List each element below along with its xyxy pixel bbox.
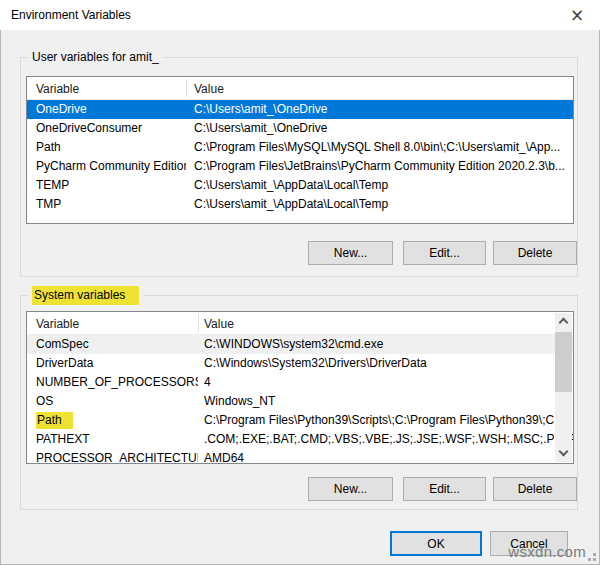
environment-variables-dialog: Environment Variables × User variables f… bbox=[0, 0, 600, 565]
table-body: ComSpecC:\WINDOWS\system32\cmd.exeDriver… bbox=[27, 335, 573, 464]
variable-value-cell: C:\Users\amit_\AppData\Local\Temp bbox=[186, 195, 573, 214]
variable-name: NUMBER_OF_PROCESSORS bbox=[36, 375, 198, 389]
variable-name: OS bbox=[36, 394, 53, 408]
variable-name-cell: PROCESSOR_ARCHITECTURE bbox=[27, 449, 198, 464]
yellow-highlight: System variables bbox=[32, 286, 139, 305]
table-row[interactable]: DriverDataC:\Windows\System32\Drivers\Dr… bbox=[27, 354, 573, 373]
variable-name-cell: ComSpec bbox=[27, 335, 198, 354]
variable-value-cell: C:\Program Files\Python39\Scripts\;C:\Pr… bbox=[198, 411, 573, 430]
user-variables-group-label: User variables for amit_ bbox=[28, 49, 163, 65]
user-delete-button[interactable]: Delete bbox=[493, 241, 577, 265]
variable-name: PROCESSOR_ARCHITECTURE bbox=[36, 451, 198, 464]
system-delete-button[interactable]: Delete bbox=[493, 477, 577, 501]
variable-value-cell: C:\Program Files\MySQL\MySQL Shell 8.0\b… bbox=[186, 138, 573, 157]
variable-value-cell: C:\Windows\System32\Drivers\DriverData bbox=[198, 354, 573, 373]
variable-name: DriverData bbox=[36, 356, 93, 370]
chevron-up-icon bbox=[559, 318, 569, 328]
table-row[interactable]: ComSpecC:\WINDOWS\system32\cmd.exe bbox=[27, 335, 573, 354]
vertical-scrollbar[interactable] bbox=[555, 313, 572, 462]
column-divider[interactable] bbox=[186, 79, 187, 97]
column-divider[interactable] bbox=[198, 314, 199, 332]
ok-button[interactable]: OK bbox=[390, 531, 482, 556]
table-row[interactable]: PROCESSOR_ARCHITECTUREAMD64 bbox=[27, 449, 573, 464]
variable-name: PyCharm Community Edition bbox=[36, 159, 186, 173]
scrollbar-thumb[interactable] bbox=[555, 332, 572, 392]
system-edit-button[interactable]: Edit... bbox=[403, 477, 486, 501]
scroll-up-button[interactable] bbox=[555, 313, 572, 330]
column-header-variable[interactable]: Variable bbox=[36, 317, 79, 331]
system-variables-table: Variable Value ComSpecC:\WINDOWS\system3… bbox=[26, 311, 574, 464]
close-icon: × bbox=[555, 1, 599, 29]
table-body: OneDriveC:\Users\amit_\OneDriveOneDriveC… bbox=[27, 100, 573, 214]
variable-name: TEMP bbox=[36, 178, 69, 192]
table-header: Variable Value bbox=[27, 77, 573, 100]
variable-value-cell: C:\WINDOWS\system32\cmd.exe bbox=[198, 335, 573, 354]
variable-value-cell: 4 bbox=[198, 373, 573, 392]
cancel-button[interactable]: Cancel bbox=[490, 531, 568, 556]
system-new-button[interactable]: New... bbox=[308, 477, 393, 501]
variable-value-cell: C:\Users\amit_\OneDrive bbox=[186, 119, 573, 138]
variable-name-highlighted: Path bbox=[36, 412, 73, 429]
table-row[interactable]: OSWindows_NT bbox=[27, 392, 573, 411]
column-header-value[interactable]: Value bbox=[194, 82, 224, 96]
variable-name-cell: Path bbox=[27, 138, 186, 157]
variable-value-cell: AMD64 bbox=[198, 449, 573, 464]
variable-name: TMP bbox=[36, 197, 61, 211]
user-edit-button[interactable]: Edit... bbox=[403, 241, 486, 265]
variable-name: ComSpec bbox=[36, 337, 89, 351]
variable-name-cell: Path bbox=[27, 411, 198, 430]
table-row[interactable]: NUMBER_OF_PROCESSORS4 bbox=[27, 373, 573, 392]
user-new-button[interactable]: New... bbox=[308, 241, 393, 265]
close-button[interactable]: × bbox=[555, 1, 599, 29]
table-row[interactable]: PyCharm Community EditionC:\Program File… bbox=[27, 157, 573, 176]
variable-name-cell: PyCharm Community Edition bbox=[27, 157, 186, 176]
variable-value-cell: Windows_NT bbox=[198, 392, 573, 411]
resize-grip-icon[interactable] bbox=[593, 558, 596, 561]
variable-name-cell: OS bbox=[27, 392, 198, 411]
variable-name-cell: NUMBER_OF_PROCESSORS bbox=[27, 373, 198, 392]
scroll-down-button[interactable] bbox=[555, 445, 572, 462]
table-row[interactable]: OneDriveC:\Users\amit_\OneDrive bbox=[27, 100, 573, 119]
variable-name-cell: PATHEXT bbox=[27, 430, 198, 449]
title-bar: Environment Variables × bbox=[0, 0, 600, 30]
window-title: Environment Variables bbox=[11, 8, 131, 22]
variable-name-cell: OneDrive bbox=[27, 100, 186, 119]
variable-value-cell: C:\Program Files\JetBrains\PyCharm Commu… bbox=[186, 157, 573, 176]
user-variables-table: Variable Value OneDriveC:\Users\amit_\On… bbox=[26, 76, 574, 224]
system-variables-group-label: System variables bbox=[28, 287, 143, 303]
table-row[interactable]: TEMPC:\Users\amit_\AppData\Local\Temp bbox=[27, 176, 573, 195]
variable-name: OneDrive bbox=[36, 102, 87, 116]
table-header: Variable Value bbox=[27, 312, 573, 335]
variable-name-cell: DriverData bbox=[27, 354, 198, 373]
variable-name: PATHEXT bbox=[36, 432, 90, 446]
variable-name-cell: TMP bbox=[27, 195, 186, 214]
column-header-variable[interactable]: Variable bbox=[36, 82, 79, 96]
variable-value-cell: .COM;.EXE;.BAT;.CMD;.VBS;.VBE;.JS;.JSE;.… bbox=[198, 430, 573, 449]
table-row[interactable]: PathC:\Program Files\MySQL\MySQL Shell 8… bbox=[27, 138, 573, 157]
variable-name: OneDriveConsumer bbox=[36, 121, 142, 135]
table-row[interactable]: PATHEXT.COM;.EXE;.BAT;.CMD;.VBS;.VBE;.JS… bbox=[27, 430, 573, 449]
variable-name: Path bbox=[36, 140, 61, 154]
chevron-down-icon bbox=[559, 447, 569, 457]
table-row[interactable]: TMPC:\Users\amit_\AppData\Local\Temp bbox=[27, 195, 573, 214]
variable-name-cell: TEMP bbox=[27, 176, 186, 195]
table-row[interactable]: PathC:\Program Files\Python39\Scripts\;C… bbox=[27, 411, 573, 430]
table-row[interactable]: OneDriveConsumerC:\Users\amit_\OneDrive bbox=[27, 119, 573, 138]
variable-name-cell: OneDriveConsumer bbox=[27, 119, 186, 138]
variable-value-cell: C:\Users\amit_\OneDrive bbox=[186, 100, 573, 119]
column-header-value[interactable]: Value bbox=[204, 317, 234, 331]
variable-value-cell: C:\Users\amit_\AppData\Local\Temp bbox=[186, 176, 573, 195]
